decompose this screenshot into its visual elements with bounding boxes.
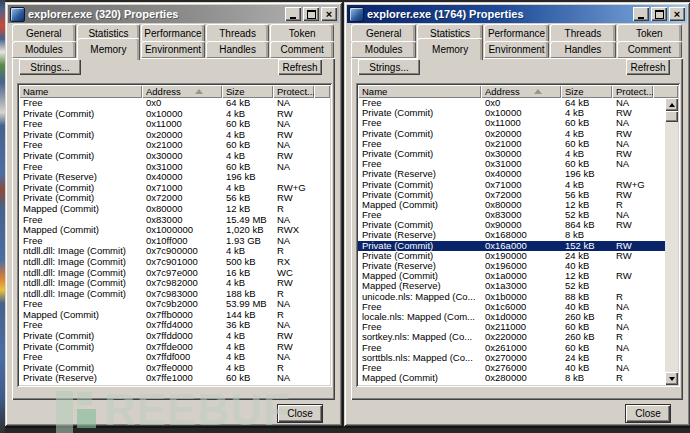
table-row[interactable]: Free 0x7c9b2000 53.99 MB NA bbox=[19, 299, 330, 310]
table-row[interactable]: Private (Commit) 0x30000 4 kB RW bbox=[19, 151, 330, 162]
table-row[interactable]: Free 0x1c6000 40 kB NA bbox=[358, 302, 665, 312]
table-row[interactable]: Private (Commit) 0x71000 4 kB RW+G bbox=[358, 180, 665, 190]
table-row[interactable]: Private (Reserve) 0x7ffe1000 60 kB NA bbox=[19, 373, 330, 384]
tab[interactable]: Comment bbox=[617, 41, 682, 58]
table-row[interactable]: Private (Reserve) 0x168000 8 kB bbox=[358, 230, 665, 240]
table-row[interactable]: Mapped (Commit) 0x1000000 1,020 kB RWX bbox=[19, 225, 330, 236]
tab[interactable]: General bbox=[12, 24, 76, 41]
minimize-button[interactable] bbox=[633, 7, 649, 21]
refresh-button[interactable]: Refresh bbox=[278, 59, 322, 75]
maximize-button[interactable] bbox=[651, 7, 667, 21]
tab[interactable]: Threads bbox=[206, 24, 270, 41]
strings-button[interactable]: Strings... bbox=[19, 59, 81, 75]
table-row[interactable]: Free 0x21000 60 kB NA bbox=[19, 140, 330, 151]
table-row[interactable]: Free 0x7ffd4000 36 kB NA bbox=[19, 320, 330, 331]
table-row[interactable]: Private (Reserve) 0x40000 196 kB bbox=[358, 169, 665, 179]
table-row[interactable]: Free 0x7ffdf000 4 kB NA bbox=[19, 352, 330, 363]
table-row[interactable]: Free 0x83000 15.49 MB NA bbox=[19, 215, 330, 226]
column-header-size[interactable]: Size bbox=[222, 85, 273, 98]
table-row[interactable]: Private (Commit) 0x30000 4 kB RW bbox=[358, 149, 665, 159]
table-row[interactable]: Private (Commit) 0x16a000 152 kB RW bbox=[358, 241, 665, 251]
tab[interactable]: Performance bbox=[484, 24, 549, 41]
titlebar[interactable]: explorer.exe (320) Properties × bbox=[8, 5, 339, 23]
tab[interactable]: Modules bbox=[12, 41, 76, 58]
tab[interactable]: Handles bbox=[550, 41, 615, 58]
app-icon[interactable] bbox=[10, 7, 25, 22]
table-row[interactable]: Mapped (Commit) 0x7ffb0000 144 kB R bbox=[19, 310, 330, 321]
tab[interactable]: Environment bbox=[141, 41, 205, 58]
minimize-button[interactable] bbox=[285, 7, 301, 21]
tab[interactable]: General bbox=[351, 24, 416, 41]
tab[interactable]: Memory bbox=[77, 38, 141, 60]
tab[interactable]: Comment bbox=[270, 41, 334, 58]
scrollbar-down-button[interactable] bbox=[665, 372, 678, 385]
table-row[interactable]: unicode.nls: Mapped (Co... 0x1b0000 88 k… bbox=[358, 292, 665, 302]
vertical-scrollbar[interactable] bbox=[665, 98, 678, 385]
table-row[interactable]: locale.nls: Mapped (Com... 0x1d0000 260 … bbox=[358, 312, 665, 322]
table-row[interactable]: ntdll.dll: Image (Commit) 0x7c97e000 16 … bbox=[19, 268, 330, 279]
close-window-button[interactable]: × bbox=[321, 7, 337, 21]
table-row[interactable]: Private (Commit) 0x90000 864 kB RW bbox=[358, 220, 665, 230]
column-header-protect[interactable]: Protect... bbox=[273, 85, 314, 98]
table-row[interactable]: Private (Commit) 0x10000 4 kB RW bbox=[358, 108, 665, 118]
table-row[interactable]: Free 0x211000 60 kB NA bbox=[358, 322, 665, 332]
table-row[interactable]: Mapped (Commit) 0x80000 12 kB R bbox=[19, 204, 330, 215]
table-row[interactable]: Private (Commit) 0x20000 4 kB RW bbox=[358, 129, 665, 139]
scrollbar-up-button[interactable] bbox=[665, 98, 678, 111]
table-row[interactable]: Free 0x276000 40 kB NA bbox=[358, 363, 665, 373]
table-row[interactable]: sorttbls.nls: Mapped (Co... 0x270000 24 … bbox=[358, 353, 665, 363]
table-row[interactable]: ntdll.dll: Image (Commit) 0x7c901000 500… bbox=[19, 257, 330, 268]
table-row[interactable]: Private (Reserve) 0x196000 40 kB bbox=[358, 261, 665, 271]
table-row[interactable]: Free 0x21000 60 kB NA bbox=[358, 139, 665, 149]
column-header-address[interactable]: Address bbox=[481, 85, 561, 98]
table-row[interactable]: Mapped (Commit) 0x80000 12 kB R bbox=[358, 200, 665, 210]
close-button[interactable]: Close bbox=[626, 405, 670, 422]
table-row[interactable]: Mapped (Reserve) 0x1a3000 52 kB bbox=[358, 281, 665, 291]
table-row[interactable]: Private (Commit) 0x190000 24 kB RW bbox=[358, 251, 665, 261]
table-row[interactable]: Free 0x11000 60 kB NA bbox=[19, 119, 330, 130]
table-row[interactable]: Mapped (Commit) 0x1a0000 12 kB RW bbox=[358, 271, 665, 281]
column-header-name[interactable]: Name bbox=[19, 85, 142, 98]
table-row[interactable]: ntdll.dll: Image (Commit) 0x7c900000 4 k… bbox=[19, 246, 330, 257]
column-header-protect[interactable]: Protect... bbox=[612, 85, 653, 98]
maximize-button[interactable] bbox=[303, 7, 319, 21]
tab[interactable]: Threads bbox=[550, 24, 615, 41]
scrollbar-thumb[interactable] bbox=[665, 111, 678, 122]
tab[interactable]: Token bbox=[270, 24, 334, 41]
table-row[interactable]: Private (Commit) 0x71000 4 kB RW+G bbox=[19, 183, 330, 194]
table-row[interactable]: Private (Commit) 0x72000 56 kB RW bbox=[358, 190, 665, 200]
table-row[interactable]: Private (Commit) 0x7ffde000 4 kB RW bbox=[19, 342, 330, 353]
table-row[interactable]: Private (Commit) 0x72000 56 kB RW bbox=[19, 193, 330, 204]
table-row[interactable]: Private (Commit) 0x20000 4 kB RW bbox=[19, 130, 330, 141]
tab[interactable]: Modules bbox=[351, 41, 416, 58]
table-row[interactable]: Free 0x11000 60 kB NA bbox=[358, 118, 665, 128]
table-row[interactable]: Private (Commit) 0x10000 4 kB RW bbox=[19, 109, 330, 120]
table-row[interactable]: Free 0x261000 60 kB NA bbox=[358, 343, 665, 353]
column-header-size[interactable]: Size bbox=[561, 85, 612, 98]
table-row[interactable]: ntdll.dll: Image (Commit) 0x7c982000 4 k… bbox=[19, 278, 330, 289]
table-row[interactable]: sortkey.nls: Mapped (Co... 0x220000 260 … bbox=[358, 332, 665, 342]
column-header-name[interactable]: Name bbox=[358, 85, 481, 98]
tab[interactable]: Performance bbox=[141, 24, 205, 41]
tab[interactable]: Token bbox=[617, 24, 682, 41]
tab[interactable]: Handles bbox=[206, 41, 270, 58]
table-row[interactable]: Private (Commit) 0x7ffe0000 4 kB R bbox=[19, 363, 330, 374]
refresh-button[interactable]: Refresh bbox=[626, 59, 670, 75]
tab[interactable]: Memory bbox=[417, 38, 482, 60]
strings-button[interactable]: Strings... bbox=[358, 59, 420, 75]
app-icon[interactable] bbox=[349, 7, 364, 22]
table-row[interactable]: Private (Reserve) 0x40000 196 kB bbox=[19, 172, 330, 183]
table-row[interactable]: Free 0x0 64 kB NA bbox=[19, 98, 330, 109]
table-row[interactable]: Free 0x0 64 kB NA bbox=[358, 98, 665, 108]
tab[interactable]: Environment bbox=[484, 41, 549, 58]
table-row[interactable]: Private (Commit) 0x7ffdd000 4 kB RW bbox=[19, 331, 330, 342]
table-row[interactable]: Free 0x10ff000 1.93 GB NA bbox=[19, 236, 330, 247]
table-row[interactable]: Free 0x31000 60 kB NA bbox=[358, 159, 665, 169]
table-row[interactable]: Mapped (Commit) 0x280000 8 kB R bbox=[358, 373, 665, 383]
table-row[interactable]: ntdll.dll: Image (Commit) 0x7c983000 188… bbox=[19, 289, 330, 300]
titlebar[interactable]: explorer.exe (1764) Properties × bbox=[347, 5, 687, 23]
table-row[interactable]: Free 0x31000 60 kB NA bbox=[19, 162, 330, 173]
column-header-address[interactable]: Address bbox=[142, 85, 222, 98]
close-window-button[interactable]: × bbox=[669, 7, 685, 21]
table-row[interactable]: Free 0x83000 52 kB NA bbox=[358, 210, 665, 220]
